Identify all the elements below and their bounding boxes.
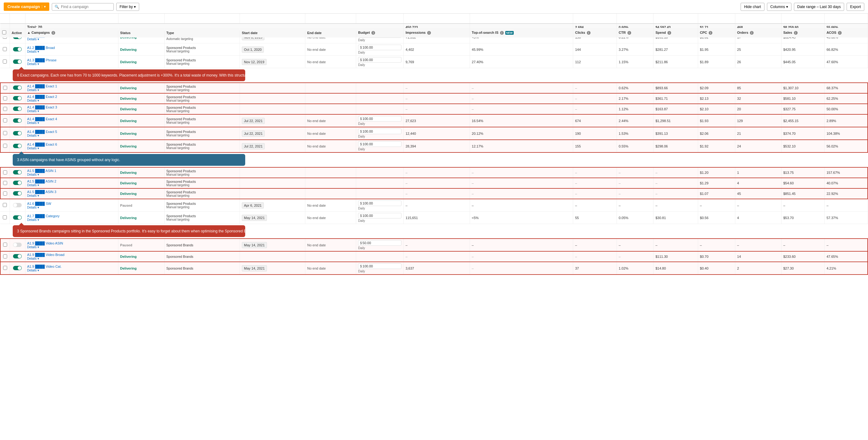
row-checkbox[interactable]: [3, 170, 7, 175]
sales-info-icon[interactable]: i: [794, 31, 798, 35]
row-checkbox[interactable]: [3, 254, 7, 258]
details-link[interactable]: Details ▾: [27, 88, 39, 92]
budget-input[interactable]: $100.00: [358, 263, 401, 269]
campaign-name-link[interactable]: A1.3 ████ Phrase: [27, 58, 57, 62]
start-date[interactable]: May 14, 2021: [242, 265, 267, 272]
search-input[interactable]: [61, 5, 111, 9]
details-link[interactable]: Details ▾: [27, 134, 39, 137]
budget-info-icon[interactable]: i: [371, 31, 375, 35]
budget-input[interactable]: $100.00: [358, 44, 401, 50]
active-toggle[interactable]: [13, 118, 22, 123]
campaign-name-link[interactable]: A1.4 ████ Exact 6: [27, 143, 57, 146]
details-link[interactable]: Details ▾: [27, 147, 39, 150]
active-toggle[interactable]: [13, 266, 22, 270]
select-all-checkbox[interactable]: [2, 30, 6, 34]
export-button[interactable]: Export: [847, 3, 864, 11]
details-link[interactable]: Details ▾: [27, 183, 39, 187]
details-link[interactable]: Details ▾: [27, 257, 39, 260]
details-link[interactable]: Details ▾: [27, 109, 39, 113]
campaign-name-link[interactable]: A1.7 ████ Category: [27, 214, 60, 218]
start-date[interactable]: May 14, 2021: [242, 242, 267, 248]
details-link[interactable]: Details ▾: [27, 99, 39, 102]
start-date[interactable]: Oct 1, 2020: [242, 46, 264, 53]
active-toggle[interactable]: [13, 191, 22, 195]
active-toggle[interactable]: [13, 60, 22, 64]
create-campaign-dropdown-icon[interactable]: ▾: [42, 5, 45, 8]
campaigns-info-icon[interactable]: i: [52, 31, 55, 35]
row-checkbox[interactable]: [3, 266, 7, 270]
row-checkbox[interactable]: [3, 144, 7, 148]
row-checkbox[interactable]: [3, 181, 7, 185]
campaign-name-link[interactable]: A1.4 ████ Exact 2: [27, 95, 57, 98]
create-campaign-button[interactable]: Create campaign ▾: [4, 2, 49, 11]
campaign-name-link[interactable]: A1.2 ████ Broad: [27, 46, 55, 50]
active-toggle[interactable]: [13, 131, 22, 135]
active-toggle[interactable]: [13, 144, 22, 148]
start-date[interactable]: Nov 12, 2019: [242, 59, 266, 65]
row-checkbox[interactable]: [3, 243, 7, 247]
columns-button[interactable]: Columns ▾: [767, 3, 792, 11]
orders-info-icon[interactable]: i: [750, 31, 754, 35]
budget-input[interactable]: $100.00: [358, 141, 401, 147]
hide-chart-button[interactable]: Hide chart: [741, 3, 765, 11]
row-checkbox[interactable]: [3, 191, 7, 195]
campaign-name-link[interactable]: A1.5 ████ ASIN 3: [27, 190, 56, 194]
active-toggle[interactable]: [13, 106, 22, 111]
budget-input[interactable]: $100.00: [358, 200, 401, 206]
details-link[interactable]: Details ▾: [27, 194, 39, 197]
row-checkbox[interactable]: [3, 47, 7, 51]
row-checkbox[interactable]: [3, 131, 7, 135]
details-link[interactable]: Details ▾: [27, 218, 39, 222]
active-toggle[interactable]: [13, 47, 22, 52]
active-toggle[interactable]: [13, 96, 22, 100]
details-link[interactable]: Details ▾: [27, 206, 39, 209]
row-checkbox[interactable]: [3, 215, 7, 219]
top-search-info-icon[interactable]: i: [500, 31, 504, 35]
impressions-info-icon[interactable]: i: [427, 31, 431, 35]
spend-info-icon[interactable]: i: [668, 31, 671, 35]
start-date[interactable]: May 14, 2021: [242, 215, 267, 221]
active-toggle[interactable]: [13, 86, 22, 90]
row-checkbox[interactable]: [3, 203, 7, 207]
details-link[interactable]: Details ▾: [27, 269, 39, 272]
campaign-name-link[interactable]: A1.5 ████ ASIN 1: [27, 169, 56, 172]
start-date[interactable]: Jul 22, 2021: [242, 118, 265, 124]
details-link[interactable]: Details ▾: [27, 245, 39, 249]
campaign-name-link[interactable]: A1.4 ████ Exact 5: [27, 130, 57, 133]
active-toggle[interactable]: [13, 254, 22, 258]
active-toggle[interactable]: [13, 203, 22, 207]
start-date[interactable]: Jul 22, 2021: [242, 130, 265, 137]
start-date[interactable]: Jul 22, 2021: [242, 143, 265, 149]
active-toggle[interactable]: [13, 170, 22, 175]
row-checkbox[interactable]: [3, 96, 7, 100]
campaign-name-link[interactable]: A1.9 ████ Video Cat.: [27, 264, 62, 268]
details-link[interactable]: Details ▾: [27, 50, 39, 53]
start-date[interactable]: Apr 6, 2021: [242, 202, 264, 209]
campaign-name-link[interactable]: A1.4 ████ Exact 1: [27, 84, 57, 88]
details-link[interactable]: Details ▾: [27, 62, 39, 66]
budget-input[interactable]: $50.00: [358, 240, 401, 246]
row-checkbox[interactable]: [3, 118, 7, 122]
cpc-info-icon[interactable]: i: [709, 31, 712, 35]
campaign-name-link[interactable]: A1.4 ████ Exact 4: [27, 117, 57, 121]
row-checkbox[interactable]: [3, 107, 7, 111]
row-checkbox[interactable]: [3, 86, 7, 90]
budget-input[interactable]: $100.00: [358, 116, 401, 122]
active-toggle[interactable]: [13, 181, 22, 185]
row-checkbox[interactable]: [3, 60, 7, 64]
budget-input[interactable]: $100.00: [358, 57, 401, 63]
active-toggle[interactable]: [13, 243, 22, 247]
budget-input[interactable]: $100.00: [358, 213, 401, 218]
ctr-info-icon[interactable]: i: [627, 31, 631, 35]
filter-button[interactable]: Filter by ▾: [116, 3, 140, 11]
campaign-name-link[interactable]: A1.5 ████ ASIN 2: [27, 180, 56, 183]
clicks-info-icon[interactable]: i: [587, 31, 591, 35]
campaign-name-link[interactable]: A1.9 ████ Video Broad: [27, 253, 64, 257]
date-range-button[interactable]: Date range – Last 30 days: [794, 3, 844, 11]
campaign-name-link[interactable]: A1.6 ████ SW: [27, 202, 52, 206]
details-link[interactable]: Details ▾: [27, 173, 39, 176]
campaign-name-link[interactable]: A1.9 ████ Video ASIN: [27, 241, 63, 245]
details-link[interactable]: Details ▾: [27, 37, 39, 41]
campaign-name-link[interactable]: A1.4 ████ Exact 3: [27, 105, 57, 109]
acos-info-icon[interactable]: i: [838, 31, 842, 35]
